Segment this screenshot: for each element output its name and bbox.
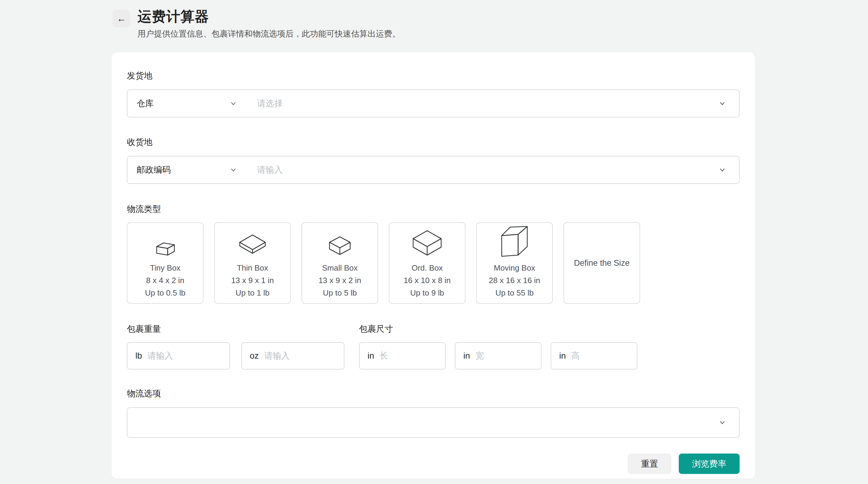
card-capacity: Up to 1 lb [236,287,269,299]
chevron-down-icon [229,99,238,108]
card-capacity: Up to 9 lb [410,287,444,299]
small-box-icon [327,227,353,258]
dimension-inputs: in in in [359,342,638,369]
unit-label: lb [135,351,142,361]
destination-field: 邮政编码 [127,156,740,184]
page-title: 运费计算器 [137,8,400,25]
chevron-down-icon [718,418,727,427]
destination-input-area [247,156,712,183]
card-size: 13 x 9 x 1 in [231,274,274,287]
weight-inputs: lb oz [127,342,344,369]
destination-field-caret [712,165,739,175]
back-button[interactable]: ← [113,10,130,27]
ordinary-box-icon [411,227,443,258]
page-subtitle: 用户提供位置信息、包裹详情和物流选项后，此功能可快速估算出运费。 [137,28,400,39]
weight-lb-input[interactable] [148,351,221,361]
destination-input[interactable] [257,165,712,175]
card-size: 28 x 16 x 16 in [489,274,540,287]
package-weight-group: 包裹重量 lb oz [127,323,344,369]
dimension-width-input[interactable] [475,351,533,361]
back-arrow-icon: ← [117,13,126,24]
card-capacity: Up to 0.5 lb [145,287,186,299]
card-name: Small Box [322,262,358,274]
unit-label: in [368,351,374,361]
shipping-type-card-tiny-box[interactable]: Tiny Box 8 x 4 x 2 in Up to 0.5 lb [127,222,204,304]
shipping-type-card-small-box[interactable]: Small Box 13 x 9 x 2 in Up to 5 lb [302,222,378,304]
dimension-length-field[interactable]: in [359,342,446,369]
shipping-type-card-ordinary-box[interactable]: Ord. Box 16 x 10 x 8 in Up to 9 lb [389,222,465,304]
weight-lb-field[interactable]: lb [127,342,230,369]
shipping-type-cards: Tiny Box 8 x 4 x 2 in Up to 0.5 lb Thin … [127,222,740,304]
dimension-length-input[interactable] [380,351,437,361]
shipping-options-select[interactable] [127,407,740,438]
origin-label: 发货地 [127,70,740,82]
unit-label: oz [250,351,259,361]
card-capacity: Up to 55 lb [495,287,534,299]
tiny-box-icon [152,227,178,258]
page-header: ← 运费计算器 用户提供位置信息、包裹详情和物流选项后，此功能可快速估算出运费。 [113,8,400,39]
dimension-height-field[interactable]: in [551,342,638,369]
measure-row: 包裹重量 lb oz 包裹尺寸 in in [127,323,740,369]
footer-actions: 重置 浏览费率 [127,454,740,474]
moving-box-icon [499,227,530,258]
origin-type-select[interactable]: 仓库 [127,90,247,117]
origin-value-select[interactable]: 请选择 [247,90,712,117]
chevron-down-icon [718,165,727,175]
card-size: 13 x 9 x 2 in [318,274,361,287]
card-capacity: Up to 5 lb [323,287,356,299]
card-size: 16 x 10 x 8 in [404,274,451,287]
thin-box-icon [237,227,268,258]
dimension-width-field[interactable]: in [455,342,541,369]
destination-label: 收货地 [127,137,740,148]
header-text: 运费计算器 用户提供位置信息、包裹详情和物流选项后，此功能可快速估算出运费。 [137,8,400,39]
shipping-type-card-moving-box[interactable]: Moving Box 28 x 16 x 16 in Up to 55 lb [476,222,553,304]
options-field-caret [712,418,739,427]
chevron-down-icon [718,99,727,108]
package-dimensions-group: 包裹尺寸 in in in [359,323,638,369]
browse-rates-button[interactable]: 浏览费率 [679,454,740,474]
destination-type-value: 邮政编码 [136,164,171,176]
origin-type-value: 仓库 [136,98,154,109]
unit-label: in [559,351,566,361]
card-name: Tiny Box [150,262,180,274]
card-name: Ord. Box [412,262,443,274]
origin-placeholder: 请选择 [257,98,283,109]
package-weight-label: 包裹重量 [127,323,344,335]
package-dimensions-label: 包裹尺寸 [359,323,638,335]
destination-type-select[interactable]: 邮政编码 [127,156,247,183]
origin-field-caret [712,99,739,108]
card-name: Moving Box [494,262,535,274]
unit-label: in [463,351,470,361]
card-name: Thin Box [237,262,268,274]
shipping-type-card-thin-box[interactable]: Thin Box 13 x 9 x 1 in Up to 1 lb [214,222,291,304]
origin-field: 仓库 请选择 [127,90,740,118]
dimension-height-input[interactable] [571,351,629,361]
shipping-type-label: 物流类型 [127,203,740,215]
shipping-options-label: 物流选项 [127,388,740,399]
weight-oz-field[interactable]: oz [241,342,344,369]
reset-button[interactable]: 重置 [628,454,672,474]
calculator-panel: 发货地 仓库 请选择 收货地 邮政编码 物流类型 [112,52,755,479]
chevron-down-icon [229,165,238,174]
shipping-type-card-define-size[interactable]: Define the Size [563,222,640,304]
card-size: 8 x 4 x 2 in [146,274,184,287]
weight-oz-input[interactable] [265,351,336,361]
card-name: Define the Size [574,257,629,269]
